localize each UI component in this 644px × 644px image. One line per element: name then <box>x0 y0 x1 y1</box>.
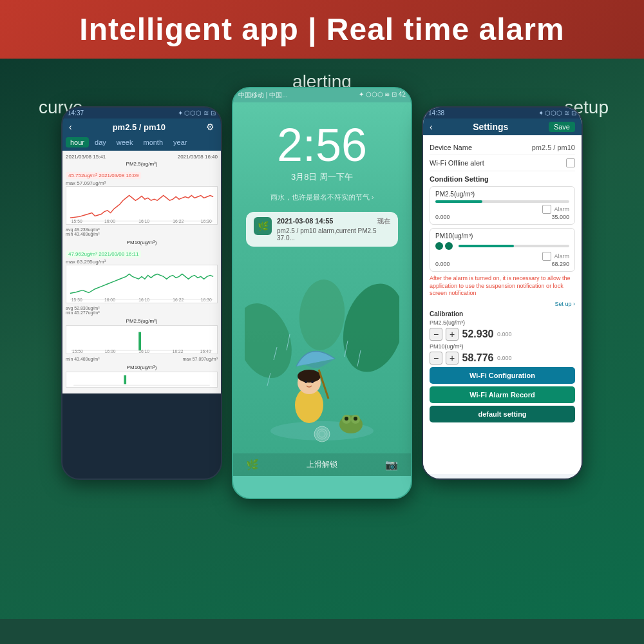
tab-year[interactable]: year <box>169 137 191 147</box>
chart-area-left: 2021/03/08 15:41 2021/03/08 16:40 PM2.5(… <box>62 151 221 393</box>
pm10-bar-svg <box>66 372 218 388</box>
pm25-condition-box: PM2.5(ug/m³) Alarm 0.000 <box>430 186 575 225</box>
pm10-max-val: 68.290 <box>551 261 569 267</box>
nav-bar-left: ‹ pm2.5 / pm10 ⚙ <box>62 118 221 135</box>
notif-content: 2021-03-08 14:55 现在 pm2.5 / pm10 alarm,c… <box>277 217 390 242</box>
header: Intelligent app | Real time alarm <box>0 0 644 59</box>
svg-text:16:00: 16:00 <box>104 219 115 223</box>
device-name-value: pm2.5 / pm10 <box>532 144 575 151</box>
chart3-label: PM2.5(ug/m³) <box>66 318 218 324</box>
svg-text:16:40: 16:40 <box>200 349 211 354</box>
setup-link[interactable]: Set up › <box>430 301 575 307</box>
notif-body: pm2.5 / pm10 alarm,current PM2.5 37.0... <box>277 227 390 242</box>
svg-text:15:50: 15:50 <box>71 298 82 302</box>
pm25-bar-svg: 15:50 16:00 16:10 16:22 16:40 <box>66 325 218 354</box>
condition-setting-label: Condition Setting <box>430 175 575 183</box>
default-setting-button[interactable]: default setting <box>430 406 575 422</box>
pm10-slider-track[interactable] <box>459 245 569 247</box>
svg-text:16:10: 16:10 <box>138 298 149 302</box>
svg-text:16:30: 16:30 <box>201 298 212 302</box>
gear-icon-left[interactable]: ⚙ <box>206 122 214 132</box>
save-button[interactable]: Save <box>549 122 575 132</box>
tab-hour[interactable]: hour <box>66 137 89 147</box>
chart2-max: max 63.295ug/m³ <box>66 259 218 265</box>
settings-nav: ‹ Settings Save <box>423 118 582 135</box>
svg-text:16:00: 16:00 <box>105 349 116 354</box>
pm10-calib-sub-label: PM10(ug/m³) <box>430 343 575 350</box>
pm25-alarm-row: Alarm <box>435 205 569 214</box>
chart1-max: max 57.097ug/m³ <box>66 180 218 186</box>
svg-text:16:22: 16:22 <box>173 349 184 354</box>
pm10-calib-zero: 0.000 <box>497 355 512 361</box>
status-bar-left: 14:37 ✦ ⬡⬡⬡ ≋ ⊡ <box>62 108 221 118</box>
lock-flash-icon: 📷 <box>385 459 398 471</box>
pm25-chart-svg: 15:50 16:00 16:10 16:22 16:30 <box>66 186 218 225</box>
pm25-slider-row <box>435 200 569 203</box>
chart1-time-right: 2021/03/08 16:40 <box>178 154 218 160</box>
svg-text:16:30: 16:30 <box>201 219 212 223</box>
pm25-min-val: 0.000 <box>435 214 450 220</box>
lock-camera-icon: 🌿 <box>246 459 259 471</box>
chart2-peak-time: 2021/03/08 16:11 <box>99 251 138 257</box>
chart1-min: min 43.489ug/m³ <box>66 232 218 236</box>
pm25-minus-button[interactable]: − <box>430 328 442 341</box>
wifi-config-button[interactable]: Wi-Fi Configuration <box>430 367 575 384</box>
illustration-svg <box>245 276 399 444</box>
phone-curve: 14:37 ✦ ⬡⬡⬡ ≋ ⊡ ‹ pm2.5 / pm10 ⚙ hour da… <box>61 106 222 480</box>
pm25-plus-button[interactable]: + <box>446 328 459 341</box>
pm25-calib-value: 52.930 <box>462 328 494 340</box>
settings-body: Device Name pm2.5 / pm10 Wi-Fi Offline a… <box>423 135 582 474</box>
header-title: Intelligent app | Real time alarm <box>79 12 564 46</box>
pm10-chart-svg: 15:50 16:00 16:10 16:22 16:30 <box>66 265 218 303</box>
time-left: 14:37 <box>68 109 84 117</box>
notification-card: 🌿 2021-03-08 14:55 现在 pm2.5 / pm10 alarm… <box>246 212 398 247</box>
unlock-text: 上滑解锁 <box>307 459 337 470</box>
svg-point-28 <box>305 381 307 383</box>
pm25-condition-label: PM2.5(ug/m³) <box>435 191 569 198</box>
pm25-condition-values: 0.000 35.000 <box>435 214 569 220</box>
pm10-alarm-label: Alarm <box>554 253 569 260</box>
back-icon-right[interactable]: ‹ <box>430 122 433 132</box>
notif-time: 2021-03-08 14:55 <box>277 217 333 226</box>
lock-bottom: 🌿 上滑解锁 📷 <box>233 453 411 476</box>
chart1-avg: avg 49.238ug/m³ <box>66 227 100 232</box>
chart1-peak: 45.752ug/m³ <box>68 173 97 178</box>
phone-setup: 14:38 ✦ ⬡⬡⬡ ≋ ⊡ ‹ Settings Save Device N… <box>422 106 583 480</box>
illustration-area <box>233 251 411 444</box>
pm10-calib-row: − + 58.776 0.000 <box>430 352 575 365</box>
svg-point-23 <box>296 278 347 352</box>
pm25-calib-sub-label: PM2.5(ug/m³) <box>430 319 575 326</box>
wifi-record-button[interactable]: Wi-Fi Alarm Record <box>430 386 575 403</box>
tab-day[interactable]: day <box>90 137 111 147</box>
svg-rect-19 <box>124 375 126 384</box>
pm10-min-val: 0.000 <box>435 261 450 267</box>
status-bar-right: 14:38 ✦ ⬡⬡⬡ ≋ ⊡ <box>423 108 582 118</box>
pm10-slider-row <box>435 242 569 250</box>
chart1-peak-time: 2021/03/08 16:09 <box>99 173 138 178</box>
svg-rect-12 <box>138 332 141 351</box>
pm10-plus-button[interactable]: + <box>446 352 459 365</box>
lock-date: 3月8日 周一下午 <box>246 171 398 183</box>
svg-point-27 <box>298 370 321 383</box>
wifi-offline-row: Wi-Fi Offline alert <box>430 155 575 171</box>
wifi-offline-checkbox[interactable] <box>566 158 575 167</box>
pm25-slider-track[interactable] <box>435 200 569 203</box>
pm25-alarm-checkbox[interactable] <box>542 205 551 214</box>
pm10-calib-value: 58.776 <box>462 352 494 364</box>
svg-text:16:10: 16:10 <box>138 349 149 354</box>
tab-week[interactable]: week <box>112 137 138 147</box>
status-bar-center: 中国移动 | 中国... ✦ ⬡⬡⬡ ≋ ⊡ 42 <box>233 88 411 102</box>
time-tabs: hour day week month year <box>62 135 221 151</box>
svg-text:16:22: 16:22 <box>173 298 184 302</box>
svg-text:16:00: 16:00 <box>104 298 115 302</box>
svg-text:15:50: 15:50 <box>72 349 83 354</box>
pm10-chart-section: PM10(ug/m³) 47.962ug/m³ 2021/03/08 16:11… <box>66 240 218 315</box>
pm25-alarm-label: Alarm <box>554 206 569 213</box>
lock-screen: 2:56 3月8日 周一下午 雨水，也许是最名不符实的节气 › 🌿 2021-0… <box>233 102 411 476</box>
pm10-minus-button[interactable]: − <box>430 352 442 365</box>
pm10-alarm-checkbox[interactable] <box>542 252 551 261</box>
pm25-chart-section: 2021/03/08 15:41 2021/03/08 16:40 PM2.5(… <box>66 154 218 236</box>
pm25-calib-zero: 0.000 <box>497 331 512 337</box>
pm10-alarm-row: Alarm <box>435 252 569 261</box>
tab-month[interactable]: month <box>138 137 167 147</box>
